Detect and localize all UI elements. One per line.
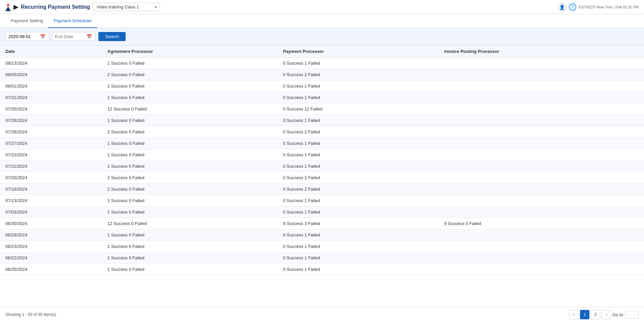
table-row: 06/23/20241 Success 0 Failed0 Success 1 … [0, 241, 644, 252]
cell-date: 06/22/2024 [0, 252, 102, 264]
timezone-label: EST5EDT-New York, USA 02:31 PM [579, 5, 639, 9]
cell-date: 07/20/2024 [0, 172, 102, 184]
cell-payment[interactable]: 0 Success 1 Failed [278, 80, 439, 92]
cell-invoice[interactable] [439, 138, 644, 149]
cell-payment[interactable]: 0 Success 2 Failed [278, 172, 439, 184]
table-row: 07/31/20241 Success 0 Failed0 Success 1 … [0, 92, 644, 103]
table-row: 07/29/20241 Success 0 Failed0 Success 1 … [0, 115, 644, 126]
cell-invoice[interactable] [439, 115, 644, 126]
cell-agreement[interactable]: 1 Success 0 Failed [102, 161, 278, 172]
cell-invoice[interactable] [439, 264, 644, 275]
cell-payment[interactable]: 0 Success 1 Failed [278, 115, 439, 126]
help-icon[interactable]: ? [569, 3, 576, 11]
cell-agreement[interactable]: 1 Success 0 Failed [102, 252, 278, 264]
cell-payment[interactable]: 9 Success 3 Failed [278, 218, 439, 229]
table-row: 06/20/20241 Success 0 Failed0 Success 1 … [0, 264, 644, 275]
cell-payment[interactable]: 0 Success 1 Failed [278, 229, 439, 241]
cell-date: 07/03/2024 [0, 206, 102, 218]
cell-payment[interactable]: 0 Success 1 Failed [278, 195, 439, 206]
cell-payment[interactable]: 0 Success 1 Failed [278, 206, 439, 218]
cell-date: 07/30/2024 [0, 103, 102, 115]
cell-invoice[interactable] [439, 149, 644, 161]
cell-invoice[interactable] [439, 206, 644, 218]
cell-invoice[interactable] [439, 252, 644, 264]
arrow-right-icon: ▶ [13, 3, 18, 11]
cell-payment[interactable]: 0 Success 1 Failed [278, 252, 439, 264]
cell-date: 07/22/2024 [0, 161, 102, 172]
cell-date: 08/05/2024 [0, 69, 102, 80]
tab-payment-setting[interactable]: Payment Setting [5, 14, 48, 28]
cell-date: 07/23/2024 [0, 149, 102, 161]
cell-payment[interactable]: 0 Success 1 Failed [278, 161, 439, 172]
table-body: 08/13/20241 Success 0 Failed0 Success 1 … [0, 58, 644, 275]
cell-payment[interactable]: 0 Success 2 Failed [278, 126, 439, 138]
cell-agreement[interactable]: 1 Success 0 Failed [102, 115, 278, 126]
cell-agreement[interactable]: 1 Success 0 Failed [102, 195, 278, 206]
cell-payment[interactable]: 0 Success 1 Failed [278, 58, 439, 69]
cell-invoice[interactable] [439, 161, 644, 172]
start-date-calendar-icon: 📅 [40, 34, 45, 39]
table-row: 07/30/202412 Success 0 Failed0 Success 1… [0, 103, 644, 115]
tabs-bar: Payment Setting Payment Scheduler [0, 14, 644, 28]
table-row: 07/13/20241 Success 0 Failed0 Success 1 … [0, 195, 644, 206]
cell-agreement[interactable]: 1 Success 0 Failed [102, 229, 278, 241]
cell-invoice[interactable] [439, 103, 644, 115]
table-row: 08/05/20242 Success 0 Failed0 Success 2 … [0, 69, 644, 80]
cell-agreement[interactable]: 1 Success 0 Failed [102, 138, 278, 149]
cell-invoice[interactable] [439, 241, 644, 252]
col-invoice: Invoice Posting Processor [439, 45, 644, 58]
class-selector-wrapper[interactable]: Video training Class 1 Video training Cl… [93, 3, 160, 11]
cell-agreement[interactable]: 1 Success 0 Failed [102, 241, 278, 252]
cell-agreement[interactable]: 1 Success 0 Failed [102, 149, 278, 161]
cell-date: 06/20/2024 [0, 264, 102, 275]
cell-agreement[interactable]: 2 Success 0 Failed [102, 172, 278, 184]
cell-payment[interactable]: 0 Success 12 Failed [278, 103, 439, 115]
cell-invoice[interactable] [439, 172, 644, 184]
cell-agreement[interactable]: 1 Success 0 Failed [102, 264, 278, 275]
cell-invoice[interactable] [439, 126, 644, 138]
cell-invoice[interactable] [439, 58, 644, 69]
cell-agreement[interactable]: 2 Success 0 Failed [102, 69, 278, 80]
cell-payment[interactable]: 0 Success 1 Failed [278, 241, 439, 252]
cell-invoice[interactable] [439, 92, 644, 103]
cell-payment[interactable]: 0 Success 1 Failed [278, 92, 439, 103]
end-date-input[interactable] [55, 34, 85, 39]
cell-invoice[interactable] [439, 229, 644, 241]
start-date-input[interactable] [8, 34, 39, 39]
cell-agreement[interactable]: 12 Success 0 Failed [102, 103, 278, 115]
logo-triangle-blue [5, 6, 11, 11]
cell-invoice[interactable] [439, 195, 644, 206]
logo-icon: ▶ [5, 3, 18, 11]
class-selector[interactable]: Video training Class 1 Video training Cl… [93, 3, 160, 11]
cell-agreement[interactable]: 1 Success 0 Failed [102, 80, 278, 92]
table-row: 08/01/20241 Success 0 Failed0 Success 1 … [0, 80, 644, 92]
table-row: 07/27/20241 Success 0 Failed0 Success 1 … [0, 138, 644, 149]
header-right: 👤 ? EST5EDT-New York, USA 02:31 PM [558, 3, 639, 11]
cell-invoice[interactable] [439, 80, 644, 92]
end-date-input-wrapper[interactable]: 📅 [52, 32, 96, 41]
cell-payment[interactable]: 0 Success 1 Failed [278, 149, 439, 161]
cell-agreement[interactable]: 12 Success 0 Failed [102, 218, 278, 229]
cell-invoice[interactable] [439, 184, 644, 195]
table-row: 08/13/20241 Success 0 Failed0 Success 1 … [0, 58, 644, 69]
cell-agreement[interactable]: 2 Success 0 Failed [102, 126, 278, 138]
app-title: Recurring Payment Setting [21, 4, 90, 10]
cell-date: 08/13/2024 [0, 58, 102, 69]
cell-date: 06/29/2024 [0, 229, 102, 241]
cell-payment[interactable]: 0 Success 2 Failed [278, 69, 439, 80]
cell-payment[interactable]: 0 Success 1 Failed [278, 138, 439, 149]
cell-invoice[interactable] [439, 69, 644, 80]
search-button[interactable]: Search [98, 32, 126, 41]
cell-agreement[interactable]: 1 Success 0 Failed [102, 206, 278, 218]
cell-agreement[interactable]: 1 Success 0 Failed [102, 92, 278, 103]
table-row: 06/29/20241 Success 0 Failed0 Success 1 … [0, 229, 644, 241]
cell-agreement[interactable]: 2 Success 0 Failed [102, 184, 278, 195]
cell-payment[interactable]: 0 Success 2 Failed [278, 184, 439, 195]
cell-agreement[interactable]: 1 Success 0 Failed [102, 58, 278, 69]
user-icon[interactable]: 👤 [558, 3, 566, 11]
cell-payment[interactable]: 0 Success 1 Failed [278, 264, 439, 275]
cell-date: 07/13/2024 [0, 195, 102, 206]
tab-payment-scheduler[interactable]: Payment Scheduler [48, 14, 97, 28]
cell-invoice[interactable]: 9 Success 0 Failed [439, 218, 644, 229]
start-date-input-wrapper[interactable]: 📅 [5, 32, 49, 41]
